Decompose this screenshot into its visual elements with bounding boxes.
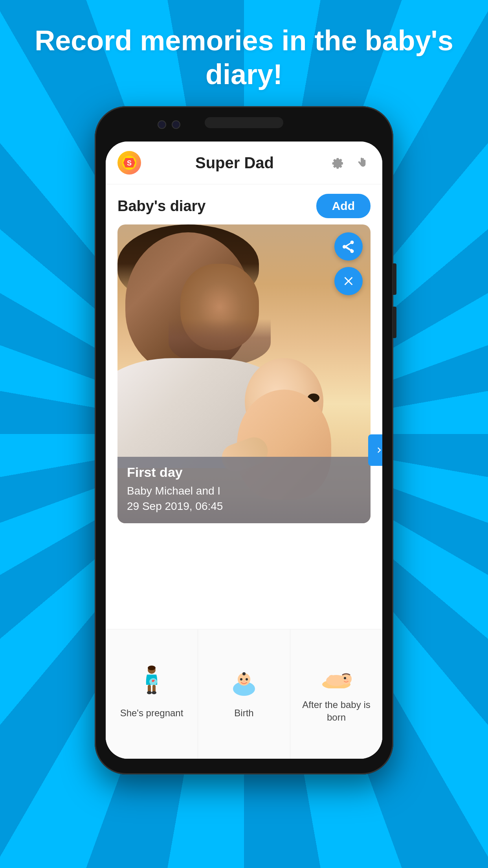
photo-card: First day Baby Michael and I 29 Sep 2019…: [117, 224, 371, 523]
close-button[interactable]: [334, 267, 363, 295]
svg-point-12: [240, 678, 242, 680]
svg-point-8: [152, 691, 156, 694]
phone-speaker: [205, 117, 283, 128]
pregnant-icon: [140, 665, 163, 701]
phone-frame: S Super Dad Baby's diary Add: [95, 106, 393, 774]
birth-icon: [230, 665, 258, 701]
tab-after-label: After the baby is born: [294, 699, 378, 723]
app-title-text: Super Dad: [141, 154, 328, 172]
chevron-right-icon: [374, 445, 382, 456]
phone-screen: S Super Dad Baby's diary Add: [106, 142, 382, 759]
dad-head: [125, 232, 251, 374]
phone-camera-left: [158, 120, 166, 129]
svg-point-13: [246, 678, 248, 680]
svg-point-11: [242, 672, 246, 675]
tab-birth-label: Birth: [234, 707, 253, 719]
tab-pregnant-label: She's pregnant: [120, 707, 183, 719]
settings-icon[interactable]: [328, 154, 345, 171]
diary-title: Baby's diary: [117, 198, 205, 215]
caption-description: Baby Michael and I 29 Sep 2019, 06:45: [127, 483, 361, 514]
diary-section-header: Baby's diary Add: [106, 184, 382, 224]
close-icon: [341, 274, 356, 288]
svg-point-18: [344, 677, 346, 679]
card-caption: First day Baby Michael and I 29 Sep 2019…: [117, 457, 371, 523]
hand-icon[interactable]: [353, 154, 371, 171]
next-arrow-button[interactable]: [368, 434, 382, 466]
after-birth-icon: [321, 661, 352, 692]
svg-point-20: [328, 675, 335, 681]
header-icons: [328, 154, 371, 171]
share-icon: [341, 239, 356, 254]
svg-point-19: [346, 679, 348, 680]
caption-title: First day: [127, 465, 361, 480]
headline: Record memories in the baby's diary!: [0, 24, 488, 92]
phone-button-volume: [393, 263, 396, 295]
svg-point-7: [147, 691, 152, 694]
add-diary-button[interactable]: Add: [316, 194, 371, 218]
svg-point-3: [148, 666, 156, 670]
tab-birth[interactable]: Birth: [198, 629, 290, 759]
phone-camera-right: [172, 120, 180, 129]
app-logo: S: [117, 151, 141, 175]
svg-text:S: S: [127, 159, 132, 167]
card-actions: [334, 232, 363, 295]
tab-pregnant[interactable]: She's pregnant: [106, 629, 198, 759]
bottom-navigation: She's pregnant: [106, 629, 382, 759]
phone-button-power: [393, 307, 396, 338]
app-header: S Super Dad: [106, 142, 382, 184]
tab-after-birth[interactable]: After the baby is born: [290, 629, 382, 759]
share-button[interactable]: [334, 232, 363, 261]
svg-point-14: [243, 680, 245, 682]
